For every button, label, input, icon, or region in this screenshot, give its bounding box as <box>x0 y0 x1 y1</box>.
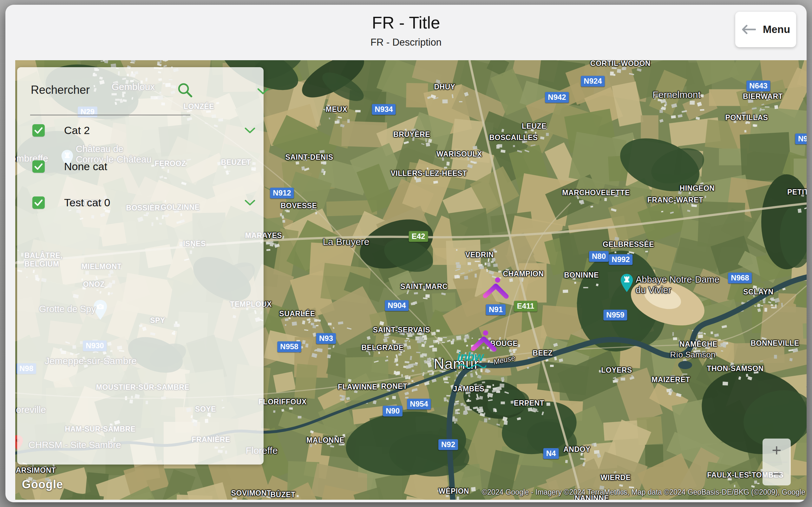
map-label: RONET <box>381 382 408 391</box>
road-badge: N4 <box>543 448 559 459</box>
map-label: ERPENT <box>514 399 544 407</box>
map-label: VILLERS-LEZ-HEEST <box>391 169 467 178</box>
map-label: BRUYÈRE <box>393 130 430 139</box>
road-badge: N92 <box>438 439 458 450</box>
custom-route-marker[interactable] <box>482 277 510 304</box>
menu-button[interactable]: Menu <box>735 12 796 47</box>
map-label: PETIT-WARET <box>787 188 807 196</box>
map-label: SAINT-DENIS <box>285 153 333 162</box>
app-window: FR - Title FR - Description Menu CORTIL-… <box>5 5 807 502</box>
road-badge: N942 <box>545 92 569 103</box>
map-label: GELBRESSÉE <box>603 240 654 249</box>
map-label: FLORIFFOUX <box>258 398 307 406</box>
search-underline <box>30 115 190 115</box>
road-badge: E411 <box>514 301 537 312</box>
poi-label: du Vivier <box>636 285 671 295</box>
category-row-test-cat-0[interactable]: Test cat 0 <box>30 196 252 210</box>
map-label: La Bruyere <box>323 236 369 247</box>
google-logo[interactable]: Google <box>22 478 63 491</box>
map-label: WIERDE <box>601 473 631 482</box>
map-label: JAMBES <box>453 385 485 393</box>
map-label: BEEZ <box>532 349 553 357</box>
road-badge: N90 <box>383 406 403 416</box>
map-label: BONINNE <box>564 271 599 279</box>
category-checkbox[interactable] <box>32 124 45 136</box>
road-badge: N643 <box>746 80 770 91</box>
map-label: MALONNE <box>306 436 345 445</box>
menu-button-label: Menu <box>763 23 790 36</box>
road-badge: N912 <box>270 187 294 199</box>
map-label: BONNEVILLE <box>751 339 799 348</box>
map-label: WARISOULX <box>437 150 482 158</box>
page-description: FR - Description <box>5 32 807 48</box>
map-label: CORTIL-WODON <box>590 60 651 68</box>
map-label: BIERWART <box>743 92 783 101</box>
road-badge: N91 <box>486 304 506 315</box>
road-badge: N92 <box>795 133 807 144</box>
zoom-in-button[interactable]: + <box>763 439 791 462</box>
map-label: HINGEON <box>680 184 715 193</box>
search-row <box>30 80 252 105</box>
road-badge: N80 <box>589 251 609 262</box>
poi-marker-abbaye-notre-dame-du-vivier[interactable] <box>619 274 634 294</box>
map-label: VEDRIN <box>465 250 494 259</box>
map-label: BOVESSE <box>281 202 317 210</box>
map-label: SCLAYN <box>743 288 773 296</box>
map-label: MAIZERET <box>652 376 690 384</box>
category-chevron-down-icon[interactable] <box>245 127 255 135</box>
category-label: Cat 2 <box>64 124 90 136</box>
category-label: Test cat 0 <box>64 196 110 209</box>
map-label: Fernelmont <box>653 89 701 100</box>
map-label: ANDOY <box>563 445 591 454</box>
map-label: MEUX <box>326 105 347 114</box>
map-label: LOYERS <box>601 366 632 375</box>
poi-label: Abbaye Notre-Dame <box>636 274 719 285</box>
map-label: BÛZET <box>270 491 295 499</box>
search-chevron-down-icon[interactable] <box>257 88 269 95</box>
back-arrow-icon <box>741 24 756 35</box>
category-chevron-down-icon[interactable] <box>245 200 255 207</box>
map-label: ARSIMONT <box>16 466 56 475</box>
road-badge: N934 <box>372 104 396 115</box>
map-label: FLAWINNE <box>338 383 377 391</box>
map-label: SUARLÉE <box>279 309 315 318</box>
map-attribution: ©2024 Google - Imagery ©2024 TerraMetric… <box>482 488 805 497</box>
category-checkbox[interactable] <box>32 160 45 173</box>
page-title: FR - Title <box>5 5 807 32</box>
map-label: BELGRADE <box>361 343 403 352</box>
map-canvas[interactable]: CORTIL-WODONDHUYMEUXBIERWARTPONTILLASLEU… <box>15 60 807 500</box>
map-label: DHUY <box>434 83 455 91</box>
zoom-out-button[interactable]: − <box>763 462 791 486</box>
map-label: LEUZE <box>522 122 547 130</box>
search-input[interactable] <box>30 83 165 97</box>
map-label: SAINT-MARC <box>400 282 448 291</box>
map-label: PONTILLAS <box>725 113 768 122</box>
map-label: SAINT-SERVAIS <box>373 326 430 334</box>
road-badge: E42 <box>409 231 428 242</box>
map-label: Río Samson <box>670 350 715 360</box>
road-badge: N93 <box>316 333 336 344</box>
map-label: WÉPION <box>439 487 469 496</box>
map-label: BOSCAILLES <box>489 133 538 142</box>
filter-panel: Cat 2None catTest cat 0 <box>17 67 264 464</box>
category-checkbox[interactable] <box>32 196 45 209</box>
search-icon <box>177 82 193 98</box>
road-badge: N959 <box>603 309 627 320</box>
map-label: FRANC-WARET <box>647 196 704 205</box>
road-badge: N954 <box>407 399 431 409</box>
inbw-watermark: inbw <box>457 350 486 370</box>
category-row-cat-2[interactable]: Cat 2 <box>30 124 252 138</box>
road-badge: N958 <box>277 341 301 352</box>
road-badge: N992 <box>609 254 632 265</box>
category-label: None cat <box>64 160 107 173</box>
road-badge: N904 <box>385 300 409 311</box>
road-badge: N968 <box>728 273 752 283</box>
header: FR - Title FR - Description Menu <box>5 5 807 60</box>
zoom-control: + − <box>763 439 791 486</box>
map-label: MARCHOVELETTE <box>562 188 630 197</box>
map-label: NAMÊCHE <box>679 340 717 349</box>
map-label: THON-SAMSON <box>707 364 763 373</box>
road-badge: N924 <box>581 76 605 87</box>
category-row-none-cat[interactable]: None cat <box>30 160 252 174</box>
map-label: SOVIMONT <box>231 489 271 498</box>
